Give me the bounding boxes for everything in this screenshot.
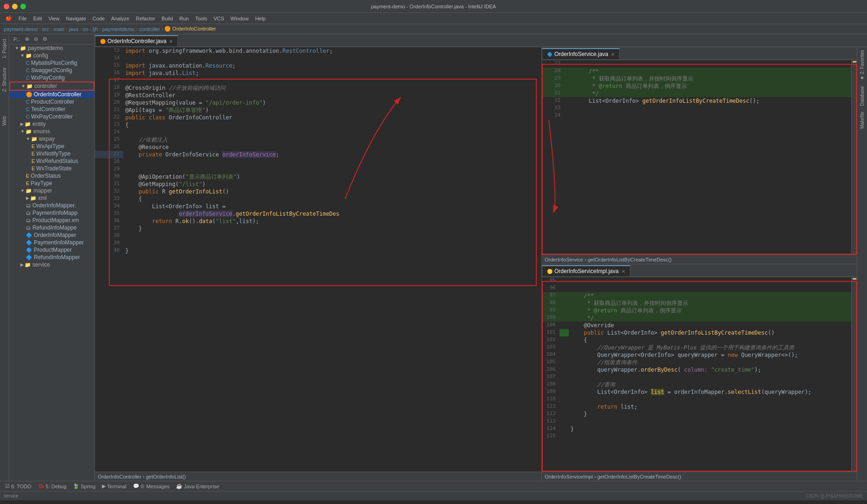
tab-close-left[interactable]: ✕	[169, 39, 173, 44]
tree-productmapper-xml[interactable]: 🗂 ProductMapper.xm	[9, 217, 94, 224]
tab-close-right-top[interactable]: ✕	[611, 52, 615, 57]
debug-tab[interactable]: 🐞 5: Debug	[37, 483, 68, 489]
project-tab[interactable]: 1: Project	[1, 36, 8, 61]
tree-mybatisplusconfig[interactable]: C MybatisPlusConfig	[9, 59, 94, 67]
rb-line-100-close: 100 */	[542, 314, 857, 322]
tree-refundinfomapper[interactable]: 🔷 RefundInfoMapper	[9, 254, 94, 261]
menu-analyze[interactable]: Analyze	[108, 15, 132, 22]
menu-run[interactable]: Run	[176, 15, 191, 22]
sidebar-hide-btn[interactable]: P...	[12, 36, 22, 43]
tree-refundinfomapper-xml[interactable]: 🗂 RefundInfoMappe	[9, 224, 94, 231]
project-sidebar: P... ⊕ ⊖ ⚙ ▼ 📁 paymentdemo ▼ 📁 config C …	[9, 34, 95, 481]
code-line-23: 23 {	[95, 121, 541, 129]
terminal-tab[interactable]: ▶ Terminal	[101, 483, 128, 489]
sidebar-settings-btn[interactable]: ⚙	[41, 36, 49, 43]
menu-file[interactable]: File	[16, 15, 30, 22]
tree-productmapper[interactable]: 🔷 ProductMapper	[9, 246, 94, 254]
tree-paymentinfomapper-xml[interactable]: 🗂 PaymentInfoMapp	[9, 209, 94, 217]
tree-wxtradestate[interactable]: E WxTradeState	[9, 165, 94, 172]
breadcrumb-main[interactable]: main	[53, 26, 64, 32]
right-bottom-code-wrapper: 95 96 97	[542, 277, 857, 472]
left-code-editor[interactable]: 13 import org.springframework.web.bind.a…	[95, 47, 541, 472]
close-button[interactable]	[4, 4, 9, 9]
tab-bar-right-bottom: 🟡 OrderInfoServiceImpl.java ✕	[542, 264, 857, 277]
menu-navigate[interactable]: Navigate	[63, 15, 88, 22]
menu-refactor[interactable]: Refactor	[133, 15, 158, 22]
menu-edit[interactable]: Edit	[31, 15, 45, 22]
tree-orderinfocontroller[interactable]: 🟠 OrderInfoController	[9, 91, 94, 98]
tree-wxnotifytype[interactable]: E WxNotifyType	[9, 150, 94, 157]
menu-help[interactable]: Help	[252, 15, 269, 22]
tab-orderinfoservice[interactable]: 🔷 OrderInfoService.java ✕	[542, 48, 620, 59]
breadcrumb-ljh[interactable]: ljh	[93, 26, 98, 32]
window-title: payment-demo - OrderInfoController.java …	[371, 4, 496, 9]
menu-tools[interactable]: Tools	[192, 15, 210, 22]
tree-paymentinfomapper[interactable]: 🔷 PaymentInfoMapper	[9, 239, 94, 246]
tree-wxpayconfig[interactable]: C WxPayConfig	[9, 74, 94, 81]
breadcrumb-project[interactable]: payment-demo	[4, 26, 38, 32]
debug-label: 5: Debug	[46, 484, 67, 489]
minimize-button[interactable]	[12, 4, 18, 9]
breadcrumb-java[interactable]: java	[69, 26, 78, 32]
rb-line-113: 113	[542, 418, 857, 425]
tree-orderstatus[interactable]: E OrderStatus	[9, 172, 94, 180]
sidebar-expand-btn[interactable]: ⊕	[24, 36, 31, 43]
messages-tab[interactable]: 💬 0: Messages	[132, 483, 171, 489]
menu-vcs[interactable]: VCS	[211, 15, 227, 22]
tree-xml[interactable]: ▶ 📁 xml	[9, 194, 94, 202]
code-line-25: 25 //依赖注入	[95, 136, 541, 143]
right-bottom-code-editor[interactable]: 95 96 97	[542, 277, 857, 472]
spring-tab[interactable]: 🍃 Spring	[71, 483, 97, 489]
database-tab[interactable]: Database	[859, 83, 866, 109]
breadcrumb-file[interactable]: 🟠 OrderInfoController	[164, 26, 216, 32]
breadcrumb-src[interactable]: src	[42, 26, 49, 32]
breadcrumb-bar: payment-demo › src › main › java › cn › …	[0, 24, 867, 34]
tree-config[interactable]: ▼ 📁 config	[9, 52, 94, 59]
messages-label: 0: Messages	[141, 484, 170, 489]
tree-wxrefundstatus[interactable]: E WxRefundStatus	[9, 157, 94, 165]
breadcrumb-paymentdemo[interactable]: paymentdemo	[102, 26, 135, 32]
maximize-button[interactable]	[20, 4, 26, 9]
tab-orderinfoserviceimpl[interactable]: 🟡 OrderInfoServiceImpl.java ✕	[542, 265, 630, 276]
tree-service[interactable]: ▶ 📁 service	[9, 261, 94, 268]
makefile-tab[interactable]: Makefile	[859, 109, 866, 131]
favorites-tab[interactable]: ★ 2: Favorites	[859, 47, 866, 83]
menu-view[interactable]: View	[46, 15, 63, 22]
tree-entity[interactable]: ▶ 📁 entity	[9, 120, 94, 128]
breadcrumb-cn[interactable]: cn	[83, 26, 88, 32]
tree-controller[interactable]: ▼ 📁 controller	[9, 81, 94, 91]
menu-apple[interactable]: 🍎	[3, 14, 15, 22]
sidebar-collapse-btn[interactable]: ⊖	[32, 36, 39, 43]
tree-orderinfomapper[interactable]: 🔷 OrderInfoMapper	[9, 231, 94, 239]
breadcrumb-controller[interactable]: controller	[139, 26, 160, 32]
menu-build[interactable]: Build	[159, 15, 176, 22]
tab-orderinfocontroller[interactable]: 🟠 OrderInfoController.java ✕	[95, 35, 178, 46]
tree-orderinfomapper-xml[interactable]: 🗂 OrderInfoMapper.	[9, 202, 94, 209]
tree-productcontroller[interactable]: C ProductController	[9, 98, 94, 106]
web-tab[interactable]: Web	[1, 113, 8, 128]
code-line-29: 29	[95, 166, 541, 173]
menu-code[interactable]: Code	[90, 15, 107, 22]
tree-swagger2config[interactable]: C Swagger2Config	[9, 67, 94, 74]
rt-line-33: 33	[542, 105, 857, 112]
terminal-label: Terminal	[107, 484, 126, 489]
javaenterprise-tab[interactable]: ☕ Java Enterprise	[175, 483, 220, 489]
tree-paymentdemo[interactable]: ▼ 📁 paymentdemo	[9, 44, 94, 52]
right-top-breadcrumb: OrderInfoService › getOrderInfoListByCre…	[542, 255, 857, 264]
menu-window[interactable]: Window	[228, 15, 251, 22]
code-line-15: 15 import javax.annotation.Resource;	[95, 62, 541, 69]
tree-wxpaycontroller[interactable]: C WxPayController	[9, 113, 94, 120]
pane-split: 13 import org.springframework.web.bind.a…	[95, 47, 867, 481]
right-top-code-editor[interactable]: 27 28 /** 29	[542, 60, 857, 255]
structure-tab[interactable]: Z: Structure	[1, 65, 8, 94]
tree-paytype[interactable]: E PayType	[9, 180, 94, 187]
tree-wxapitype[interactable]: E WxApiType	[9, 143, 94, 150]
bottom-bar: ☑ 6: TODO 🐞 5: Debug 🍃 Spring ▶ Terminal…	[0, 481, 867, 491]
tree-enums[interactable]: ▼ 📁 enums	[9, 128, 94, 135]
todo-tab[interactable]: ☑ 6: TODO	[4, 483, 33, 489]
rt-line-32: 32 List<OrderInfo> getOrderInfoListByCre…	[542, 97, 857, 105]
tree-mapper[interactable]: ▼ 📁 mapper	[9, 187, 94, 194]
tree-wxpay-folder[interactable]: ▼ 📁 wxpay	[9, 135, 94, 143]
tab-close-right-bottom[interactable]: ✕	[622, 269, 625, 274]
tree-testcontroller[interactable]: C TestController	[9, 106, 94, 113]
